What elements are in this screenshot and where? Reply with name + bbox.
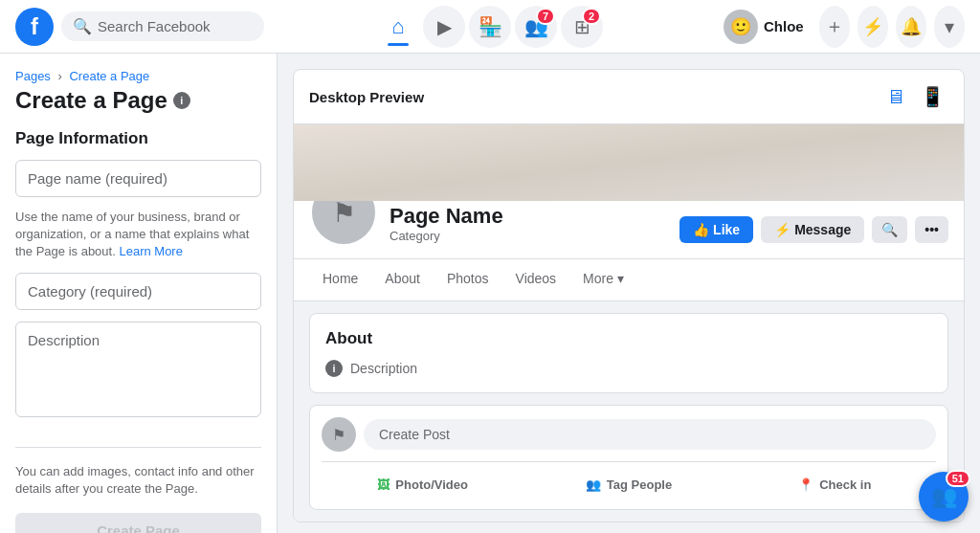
learn-more-link[interactable]: Learn More (119, 244, 182, 258)
account-menu-button[interactable]: ▾ (934, 6, 965, 48)
page-nav-photos[interactable]: Photos (434, 259, 502, 300)
cover-photo (294, 124, 964, 201)
left-panel: Pages › Create a Page Create a Page i Pa… (0, 54, 278, 533)
description-input[interactable] (15, 322, 261, 417)
desktop-preview-button[interactable]: 🖥 (882, 82, 909, 112)
page-nav-about[interactable]: About (371, 259, 434, 300)
preview-header: Desktop Preview 🖥 📱 (294, 70, 964, 124)
user-profile-button[interactable]: 🙂 Chloe (716, 6, 812, 48)
info-icon[interactable]: i (173, 92, 190, 109)
message-button[interactable]: ⚡ Message (761, 216, 864, 243)
page-nav-more[interactable]: More ▾ (569, 259, 637, 300)
page-layout: Pages › Create a Page Create a Page i Pa… (0, 54, 980, 533)
video-nav-button[interactable]: ▶ (423, 6, 465, 48)
photo-video-icon: 🖼 (377, 477, 390, 492)
category-input[interactable] (15, 273, 261, 310)
facebook-logo[interactable]: f (15, 8, 54, 46)
page-nav-videos[interactable]: Videos (502, 259, 570, 300)
create-post-input[interactable]: Create Post (364, 419, 936, 450)
page-name-column: Page Name Category (390, 204, 668, 247)
helper-text: Use the name of your business, brand or … (15, 209, 261, 261)
page-nav-home[interactable]: Home (309, 259, 371, 300)
page-info-row: ⚑ Page Name Category 👍 Like ⚡ Message (294, 201, 964, 259)
more-options-button[interactable]: ••• (915, 216, 948, 243)
about-description-text: Description (350, 361, 417, 376)
search-input[interactable] (98, 18, 253, 34)
like-button[interactable]: 👍 Like (679, 216, 753, 243)
info-circle-icon: i (325, 360, 343, 377)
tag-people-button[interactable]: 👥 Tag People (527, 472, 729, 498)
search-page-button[interactable]: 🔍 (872, 216, 907, 243)
nav-right: 🙂 Chloe ＋ ⚡ 🔔 ▾ (716, 6, 965, 48)
user-name: Chloe (764, 18, 804, 34)
add-info-text: You can add images, contact info and oth… (15, 447, 261, 498)
top-navigation: f 🔍 ⌂ ▶ 🏪 👥 7 ⊞ 2 🙂 Ch (0, 0, 980, 54)
search-icon: 🔍 (73, 17, 92, 35)
check-in-button[interactable]: 📍 Check in (734, 472, 936, 498)
video-icon: ▶ (437, 15, 452, 38)
page-navigation: Home About Photos Videos More ▾ (294, 259, 964, 301)
thumbs-up-icon: 👍 (693, 222, 709, 237)
page-title: Create a Page i (15, 87, 261, 114)
section-label: Page Information (15, 129, 261, 148)
gaming-nav-button[interactable]: ⊞ 2 (561, 6, 603, 48)
bell-icon: 🔔 (901, 16, 922, 37)
cover-photo-inner (294, 124, 964, 201)
friends-nav-button[interactable]: 👥 7 (515, 6, 557, 48)
create-plus-button[interactable]: ＋ (819, 6, 850, 48)
plus-icon: ＋ (825, 13, 844, 39)
avatar: 🙂 (724, 10, 758, 44)
home-nav-button[interactable]: ⌂ (377, 6, 419, 48)
breadcrumb-separator: › (58, 69, 62, 83)
page-category-display: Category (390, 229, 668, 243)
friends-badge: 7 (536, 8, 555, 25)
main-content: Desktop Preview 🖥 📱 ⚑ (278, 54, 980, 533)
page-actions: 👍 Like ⚡ Message 🔍 ••• (679, 216, 948, 247)
preview-title: Desktop Preview (309, 89, 424, 105)
messenger-button[interactable]: ⚡ (858, 6, 888, 48)
mobile-preview-button[interactable]: 📱 (917, 81, 948, 112)
nav-left: f 🔍 (15, 8, 264, 46)
create-post-top: ⚑ Create Post (322, 417, 936, 452)
tag-people-icon: 👥 (586, 477, 601, 492)
preview-icons: 🖥 📱 (882, 81, 948, 112)
marketplace-nav-button[interactable]: 🏪 (469, 6, 511, 48)
breadcrumb-current: Create a Page (69, 69, 149, 83)
chat-icon: 👥 (931, 484, 957, 509)
breadcrumb: Pages › Create a Page (15, 69, 261, 83)
create-post-card: ⚑ Create Post 🖼 Photo/Video 👥 Tag People (309, 405, 948, 510)
preview-panel: Desktop Preview 🖥 📱 ⚑ (293, 69, 965, 522)
notifications-button[interactable]: 🔔 (896, 6, 926, 48)
about-description-row: i Description (325, 360, 932, 377)
create-page-button[interactable]: Create Page (15, 513, 261, 533)
floating-chat-badge: 51 (946, 470, 970, 487)
page-name-display: Page Name (390, 204, 668, 229)
store-icon: 🏪 (479, 15, 502, 38)
floating-chat-button[interactable]: 👥 51 (919, 472, 969, 522)
messages-badge: 2 (582, 8, 601, 25)
nav-center: ⌂ ▶ 🏪 👥 7 ⊞ 2 (264, 6, 716, 48)
chevron-down-icon: ▾ (945, 15, 954, 38)
breadcrumb-pages-link[interactable]: Pages (15, 69, 51, 83)
photo-video-button[interactable]: 🖼 Photo/Video (322, 472, 523, 498)
post-avatar: ⚑ (322, 417, 356, 452)
post-actions: 🖼 Photo/Video 👥 Tag People 📍 Check in (322, 461, 936, 498)
about-card: About i Description (309, 313, 948, 393)
message-icon: ⚡ (774, 222, 791, 237)
messenger-icon: ⚡ (862, 16, 883, 37)
check-in-icon: 📍 (798, 477, 813, 492)
page-name-input[interactable] (15, 160, 261, 197)
page-body: About i Description ⚑ Create Post (294, 301, 964, 522)
home-icon: ⌂ (391, 14, 404, 39)
search-bar[interactable]: 🔍 (61, 11, 264, 41)
about-title: About (325, 329, 932, 348)
